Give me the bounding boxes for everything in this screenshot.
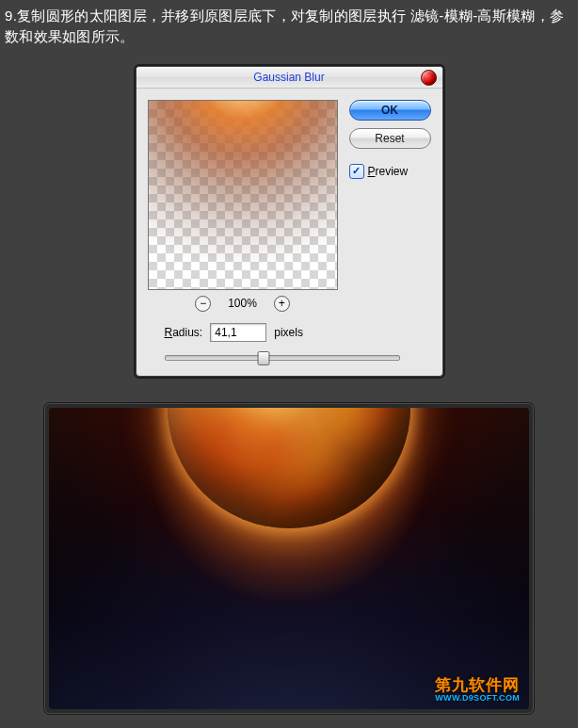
zoom-controls: − 100% + — [148, 296, 338, 312]
gaussian-blur-dialog: Gaussian Blur − 100% + — [136, 66, 443, 377]
slider-track — [165, 355, 400, 361]
dialog-frame: Gaussian Blur − 100% + — [134, 64, 445, 379]
dialog-title: Gaussian Blur — [253, 71, 324, 84]
preview-checkbox[interactable]: ✓ — [349, 164, 364, 179]
preview-glow — [149, 101, 337, 289]
radius-label: Radius: — [165, 326, 203, 339]
dialog-title-bar[interactable]: Gaussian Blur — [136, 67, 442, 89]
preview-column: − 100% + — [148, 100, 338, 312]
instruction-text: 9.复制圆形的太阳图层，并移到原图层底下，对复制的图层执行 滤镜-模糊-高斯模糊… — [0, 0, 578, 64]
page: 9.复制圆形的太阳图层，并移到原图层底下，对复制的图层执行 滤镜-模糊-高斯模糊… — [0, 0, 578, 728]
result-frame: 第九软件网 WWW.D9SOFT.COM — [44, 403, 534, 714]
preview-checkbox-row[interactable]: ✓ Preview — [349, 164, 431, 179]
preview-image[interactable] — [148, 100, 338, 290]
radius-slider[interactable] — [165, 350, 400, 363]
radius-unit: pixels — [274, 326, 303, 339]
radius-row: Radius: pixels — [165, 323, 425, 342]
radius-input[interactable] — [210, 323, 266, 342]
result-image: 第九软件网 WWW.D9SOFT.COM — [49, 408, 529, 709]
zoom-out-button[interactable]: − — [195, 296, 211, 312]
zoom-in-button[interactable]: + — [274, 296, 290, 312]
controls-column: OK Reset ✓ Preview — [349, 100, 431, 312]
dialog-body: − 100% + OK Reset ✓ Preview — [136, 89, 442, 315]
close-icon[interactable] — [421, 70, 437, 86]
preview-label: Preview — [368, 165, 409, 178]
radius-area: Radius: pixels — [136, 315, 442, 376]
reset-button[interactable]: Reset — [349, 128, 431, 149]
slider-thumb[interactable] — [257, 351, 269, 365]
watermark-sub: WWW.D9SOFT.COM — [435, 694, 520, 703]
zoom-percent: 100% — [228, 297, 257, 310]
ok-button[interactable]: OK — [349, 100, 431, 121]
watermark: 第九软件网 WWW.D9SOFT.COM — [435, 677, 520, 703]
watermark-main: 第九软件网 — [435, 677, 520, 694]
